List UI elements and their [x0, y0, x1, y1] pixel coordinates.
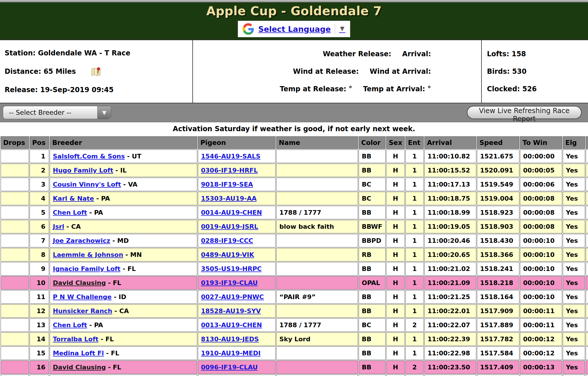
pigeon-link[interactable]: 15303-AU19-AA: [201, 195, 257, 202]
pigeon-link[interactable]: 8130-AU19-JEDS: [201, 336, 259, 343]
table-row: 13Chen Loft - PA0013-AU19-CHEN1788 / 177…: [1, 318, 588, 332]
cell-ent: 1: [405, 234, 424, 247]
google-translate-widget[interactable]: Select Language ▼: [238, 21, 350, 37]
pigeon-link[interactable]: 0306-IF19-HRFL: [201, 167, 258, 174]
activation-notice: Activation Saturday if weather is good, …: [0, 122, 588, 136]
cell-name: Sky Lord: [276, 332, 358, 346]
pigeon-link[interactable]: 0193-IF19-CLAU: [201, 279, 258, 286]
breeder-select-arrow[interactable]: ▼: [97, 106, 111, 119]
distance-line: Distance: 65 Miles: [5, 67, 192, 76]
pigeon-link[interactable]: 0014-AU19-CHEN: [201, 209, 262, 216]
cell-drops: [1, 346, 29, 360]
cell-pos: 16: [30, 361, 49, 374]
cell-ent: 1: [405, 150, 424, 163]
cell-empty: [586, 375, 588, 376]
col-header-arrival: Arrival: [424, 136, 476, 149]
cell-color: RB: [359, 248, 386, 261]
breeder-link[interactable]: Medina Loft Fl: [53, 350, 104, 357]
breeder-link[interactable]: Hunsicker Ranch: [53, 307, 112, 315]
breeder-link[interactable]: Joe Zarachowicz: [53, 237, 110, 244]
clocked-count: Clocked: 526: [487, 85, 588, 93]
breeder-select[interactable]: -- Select Breeder -- ▼: [3, 106, 111, 119]
pigeon-link[interactable]: 0489-AU19-VIK: [201, 251, 254, 258]
cell-sex: H: [386, 178, 405, 191]
cell-pos: 15: [30, 346, 49, 360]
cell-empty: [386, 375, 405, 376]
live-report-button[interactable]: View Live Refreshing Race Report: [467, 106, 582, 119]
cell-empty: [359, 375, 386, 376]
pigeon-link[interactable]: 0013-AU19-CHEN: [201, 321, 262, 329]
pigeon-link[interactable]: 3505-US19-HRPC: [201, 265, 262, 272]
cell-pd: [586, 332, 588, 346]
breeder-link[interactable]: Ignacio Family Loft: [53, 265, 121, 272]
cell-speed: 1518.241: [477, 262, 519, 276]
cell-pos: 14: [30, 332, 49, 346]
cell-pigeon: 0193-IF19-CLAU: [198, 276, 276, 290]
cell-arrival: 11:00:22.98: [424, 346, 476, 360]
cell-arrival: 11:00:18.75: [424, 192, 476, 205]
cell-name: [276, 304, 358, 318]
breeder-link[interactable]: Chen Loft: [53, 321, 87, 329]
breeder-link[interactable]: David Clausing: [53, 279, 106, 286]
cell-to_win: 00:00:10: [520, 276, 562, 290]
cell-ent: 1: [405, 346, 424, 360]
pigeon-link[interactable]: 0288-IF19-CCC: [201, 237, 253, 244]
pigeon-link[interactable]: 0027-AU19-PNWC: [201, 293, 264, 301]
breeder-link[interactable]: Karl & Nate: [53, 195, 94, 202]
col-header-elg: Elg: [563, 136, 585, 149]
select-language-link[interactable]: Select Language: [258, 25, 331, 34]
breeder-link[interactable]: Cousin Vinny's Loft: [53, 181, 121, 188]
cell-name: [276, 164, 358, 177]
cell-elg: Yes: [563, 346, 585, 360]
station-line: Station: Goldendale WA - T Race: [5, 49, 192, 57]
cell-sex: H: [386, 290, 405, 304]
cell-pigeon: 15303-AU19-AA: [198, 192, 276, 205]
breeder-link[interactable]: David Clausing: [53, 364, 106, 371]
cell-color: BB: [359, 361, 386, 374]
cell-drops: [1, 206, 29, 219]
cell-arrival: 11:00:18.99: [424, 206, 476, 219]
cell-color: BC: [359, 318, 386, 332]
pigeon-link[interactable]: 0019-AU19-JSRL: [201, 223, 258, 230]
cell-breeder: Karl & Nate - PA: [50, 192, 197, 205]
cell-breeder: Hugo Family Loft - IL: [50, 164, 197, 177]
cell-drops: [1, 262, 29, 276]
breeder-link[interactable]: Torralba Loft: [53, 336, 98, 343]
cell-pos: 4: [30, 192, 49, 205]
cell-name: [276, 262, 358, 276]
pigeon-link[interactable]: 1910-AU19-MEDI: [201, 350, 261, 357]
cell-pigeon: 8130-AU19-JEDS: [198, 332, 276, 346]
breeder-link[interactable]: Hugo Family Loft: [53, 167, 113, 174]
cell-breeder: Ignacio Family Loft - FL: [50, 262, 197, 276]
breeder-link[interactable]: Laemmle & Johnson: [53, 251, 123, 258]
cell-arrival: 11:00:22.07: [424, 318, 476, 332]
cell-pd: [586, 290, 588, 304]
race-info-strip: Station: Goldendale WA - T Race Distance…: [0, 40, 588, 103]
cell-sex: H: [386, 150, 405, 163]
pigeon-link[interactable]: 0096-IF19-CLAU: [201, 364, 258, 371]
cell-sex: H: [386, 361, 405, 374]
cell-elg: Yes: [563, 332, 585, 346]
cell-ent: 1: [405, 248, 424, 261]
cell-pd: [586, 220, 588, 233]
breeder-link[interactable]: Chen Loft: [53, 209, 87, 216]
cell-to_win: 00:00:11: [520, 318, 562, 332]
cell-pd: [586, 150, 588, 163]
cell-sex: H: [386, 206, 405, 219]
cell-to_win: 00:00:11: [520, 304, 562, 318]
cell-color: BB: [359, 150, 386, 163]
language-dropdown-arrow-icon[interactable]: ▼: [339, 25, 345, 33]
breeder-link[interactable]: Salsloft.Com & Sons: [53, 153, 125, 160]
breeder-link[interactable]: P N W Challenge: [53, 293, 112, 301]
cell-empty: [405, 375, 424, 376]
results-table-body: 1Salsloft.Com & Sons - UT1546-AU19-SALSB…: [1, 150, 588, 376]
pigeon-link[interactable]: 1546-AU19-SALS: [201, 153, 260, 160]
map-pin-icon[interactable]: [91, 67, 101, 76]
pigeon-link[interactable]: 18528-AU19-SYV: [201, 307, 261, 315]
col-header-ent: Ent: [405, 136, 424, 149]
pigeon-link[interactable]: 9018-IF19-SEA: [201, 181, 253, 188]
cell-ent: 1: [405, 276, 424, 290]
col-header-breeder: Breeder: [50, 136, 197, 149]
cell-color: BB: [359, 164, 386, 177]
breeder-link[interactable]: Jsrl: [53, 223, 64, 230]
